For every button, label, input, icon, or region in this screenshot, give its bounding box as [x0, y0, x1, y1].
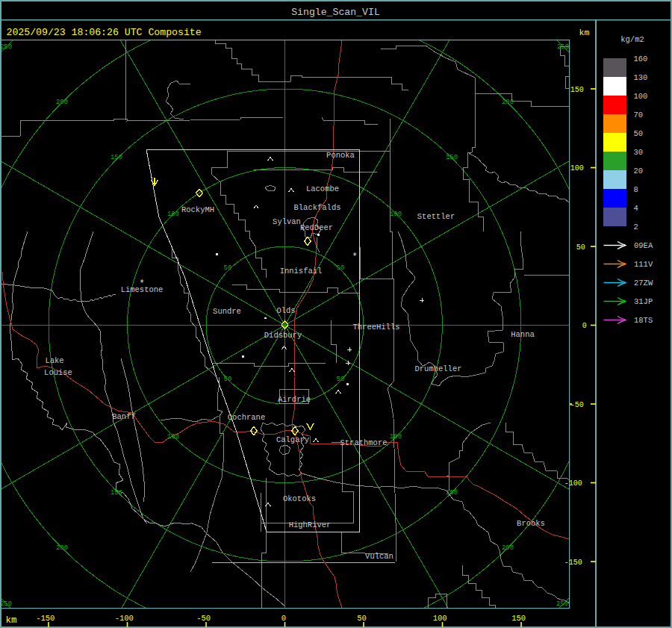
svg-text:100: 100 — [634, 92, 648, 101]
svg-text:4: 4 — [634, 204, 638, 213]
svg-text:250: 250 — [557, 43, 569, 51]
svg-text:*: * — [139, 279, 144, 289]
svg-text:-150: -150 — [564, 559, 582, 567]
svg-text:160: 160 — [634, 55, 648, 63]
svg-text:2: 2 — [634, 223, 638, 231]
svg-text:-100: -100 — [115, 614, 134, 623]
svg-text:150: 150 — [446, 154, 458, 161]
svg-text:Brooks: Brooks — [517, 519, 545, 528]
svg-text:Stettler: Stettler — [417, 212, 455, 221]
svg-text:kg/m2: kg/m2 — [620, 35, 644, 44]
svg-text:Louise: Louise — [44, 368, 72, 377]
svg-text:2025/09/23 18:06:26 UTC Compos: 2025/09/23 18:06:26 UTC Composite — [7, 27, 202, 38]
svg-text:100: 100 — [167, 433, 179, 441]
svg-text:250: 250 — [0, 43, 12, 51]
svg-text:Okotoks: Okotoks — [283, 494, 316, 503]
svg-text:Single_Scan_VIL: Single_Scan_VIL — [291, 7, 380, 18]
svg-text:-50: -50 — [196, 614, 211, 623]
svg-text:Sylvan: Sylvan — [273, 217, 301, 226]
svg-text:100: 100 — [390, 433, 402, 441]
svg-text:Vulcan: Vulcan — [365, 552, 393, 561]
svg-text:Drumheller: Drumheller — [414, 364, 461, 373]
svg-text:Sundre: Sundre — [213, 307, 241, 316]
svg-text:200: 200 — [502, 544, 514, 552]
svg-text:50: 50 — [357, 614, 367, 623]
svg-text:Innisfail: Innisfail — [280, 267, 323, 276]
svg-text:250: 250 — [0, 600, 12, 608]
svg-text:km: km — [6, 615, 17, 626]
svg-text:Didsbury: Didsbury — [264, 331, 302, 340]
svg-text:RockyMH: RockyMH — [181, 205, 214, 214]
svg-text:09EA: 09EA — [634, 241, 653, 250]
svg-text:30: 30 — [634, 148, 644, 157]
svg-text:0: 0 — [281, 614, 286, 623]
svg-text:Cochrane: Cochrane — [228, 413, 265, 422]
svg-text:8: 8 — [634, 185, 638, 194]
svg-text:Lake: Lake — [45, 356, 63, 365]
svg-text:200: 200 — [502, 99, 514, 106]
svg-text:Lacombe: Lacombe — [306, 184, 339, 193]
svg-text:50: 50 — [337, 376, 345, 383]
svg-text:100: 100 — [433, 614, 447, 623]
svg-text:50: 50 — [634, 129, 644, 138]
svg-text:31JP: 31JP — [634, 297, 653, 306]
svg-text:100: 100 — [570, 164, 584, 172]
svg-text:150: 150 — [446, 489, 458, 497]
svg-text:200: 200 — [56, 99, 68, 106]
svg-text:Calgary: Calgary — [276, 435, 309, 444]
svg-text:-150: -150 — [36, 614, 55, 623]
svg-text:*: * — [352, 252, 357, 262]
svg-text:250: 250 — [556, 600, 568, 608]
svg-text:Ponoka: Ponoka — [326, 151, 355, 160]
svg-text:RedDeer: RedDeer — [300, 223, 333, 232]
svg-text:Hanna: Hanna — [511, 330, 535, 339]
svg-text:20: 20 — [634, 167, 644, 175]
svg-text:27ZW: 27ZW — [634, 279, 653, 287]
svg-text:50: 50 — [337, 264, 345, 272]
svg-text:100: 100 — [167, 211, 179, 218]
svg-text:100: 100 — [390, 211, 402, 218]
svg-text:150: 150 — [511, 614, 526, 623]
svg-text:km: km — [579, 28, 590, 37]
svg-text:18TS: 18TS — [634, 316, 653, 325]
svg-text:150: 150 — [570, 86, 584, 94]
svg-text:200: 200 — [56, 544, 68, 552]
svg-text:130: 130 — [634, 73, 648, 82]
svg-text:70: 70 — [634, 111, 644, 119]
svg-text:50: 50 — [224, 376, 232, 383]
svg-text:50: 50 — [576, 243, 585, 252]
svg-text:Olds: Olds — [276, 306, 295, 315]
svg-text:Airdrie: Airdrie — [278, 395, 311, 404]
svg-text:111V: 111V — [634, 260, 653, 269]
svg-text:HighRiver: HighRiver — [289, 520, 332, 529]
svg-text:0: 0 — [582, 322, 587, 330]
svg-text:Blackfalds: Blackfalds — [293, 203, 340, 212]
svg-text:150: 150 — [111, 489, 122, 497]
svg-text:ThreeHills: ThreeHills — [352, 323, 399, 332]
svg-text:Strathmore: Strathmore — [340, 438, 387, 447]
svg-text:150: 150 — [111, 154, 122, 161]
svg-text:Banff: Banff — [112, 412, 136, 421]
svg-text:-100: -100 — [564, 479, 582, 488]
svg-text:50: 50 — [224, 264, 232, 272]
svg-text:-50: -50 — [570, 401, 584, 409]
